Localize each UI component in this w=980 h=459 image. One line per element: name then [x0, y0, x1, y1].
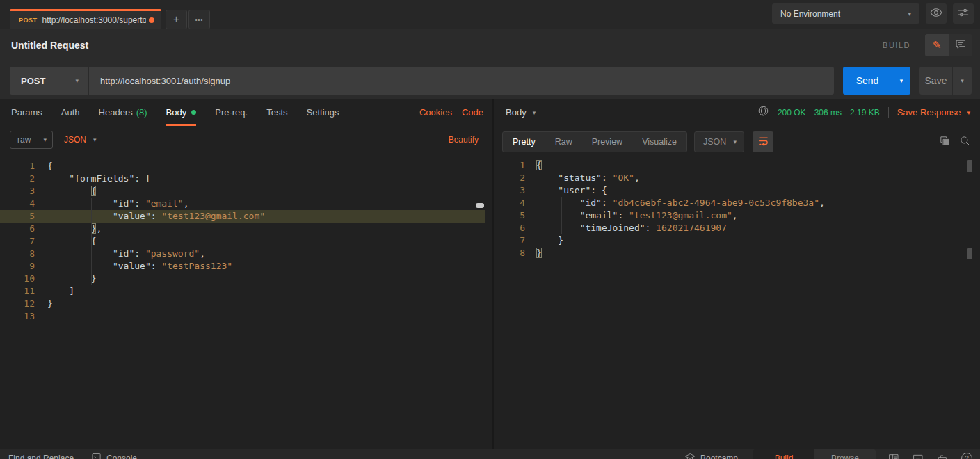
response-scrollbar-mark[interactable]: [967, 248, 972, 259]
unsaved-dot-icon: [149, 17, 154, 23]
comment-button[interactable]: [949, 34, 972, 56]
code-line[interactable]: 7 {: [0, 235, 492, 248]
panels-icon[interactable]: [888, 453, 899, 459]
response-scrollbar-mark[interactable]: [967, 160, 972, 172]
code-line[interactable]: 5 "value": "test123@gmail.com": [0, 210, 485, 223]
window-icon[interactable]: [913, 453, 924, 459]
body-format-value: raw: [17, 135, 31, 145]
environment-preview-button[interactable]: [926, 3, 947, 24]
request-scrollbar-thumb[interactable]: [476, 203, 484, 208]
headers-count-badge: (8): [136, 107, 147, 118]
body-language-selector[interactable]: JSON ▾: [64, 131, 97, 149]
method-selector[interactable]: POST ▾: [10, 67, 88, 95]
search-response-button[interactable]: [959, 135, 971, 150]
line-number: 3: [494, 184, 525, 197]
request-pane: Params Auth Headers(8) Body Pre-req. Tes…: [0, 99, 494, 449]
send-button[interactable]: Send: [843, 67, 892, 95]
console-icon: [91, 452, 102, 459]
console-button[interactable]: Console: [91, 449, 137, 459]
code-line[interactable]: 9 "value": "testPass123": [0, 260, 492, 273]
line-number: 1: [0, 160, 35, 172]
app-window: POST http://localhost:3000/supertok... +…: [0, 0, 980, 459]
help-icon[interactable]: ?: [961, 453, 972, 459]
code-line[interactable]: 13: [0, 310, 492, 323]
browse-tab[interactable]: Browse: [814, 449, 876, 459]
code-line[interactable]: 8 "id": "password",: [0, 248, 492, 260]
request-title[interactable]: Untitled Request: [11, 29, 88, 61]
response-body-selector[interactable]: Body ▾: [506, 107, 536, 118]
cookies-link[interactable]: Cookies: [419, 107, 452, 118]
code-line[interactable]: 3 {: [0, 185, 492, 198]
request-tab[interactable]: POST http://localhost:3000/supertok...: [10, 9, 161, 29]
line-number: 7: [494, 234, 525, 247]
code-text: ]: [47, 285, 74, 298]
save-options-button[interactable]: ▾: [952, 67, 972, 95]
body-format-selector[interactable]: raw ▾: [10, 131, 53, 149]
tab-tests[interactable]: Tests: [266, 99, 287, 126]
tab-pre-request[interactable]: Pre-req.: [215, 99, 248, 126]
shortcuts-icon[interactable]: [937, 453, 948, 459]
code-line[interactable]: 5 "email": "test123@gmail.com",: [494, 209, 980, 222]
code-line[interactable]: 4 "id": "email",: [0, 198, 492, 210]
view-pretty[interactable]: Pretty: [503, 132, 545, 152]
code-line[interactable]: 2 "status": "OK",: [494, 172, 980, 184]
bootcamp-icon: [684, 452, 696, 459]
view-raw[interactable]: Raw: [545, 132, 582, 152]
code-line[interactable]: 8}: [494, 247, 980, 259]
request-url-row: POST ▾ Send ▾ Save ▾: [0, 61, 980, 99]
line-number: 7: [0, 235, 35, 248]
more-tabs-button[interactable]: •••: [188, 10, 210, 29]
line-number: 5: [0, 210, 35, 223]
globe-icon[interactable]: [757, 105, 769, 120]
search-icon: [959, 137, 971, 149]
body-toolbar: raw ▾ JSON ▾ Beautify: [0, 126, 494, 154]
time-badge[interactable]: 306 ms: [814, 108, 842, 118]
line-number: 11: [0, 285, 35, 298]
find-and-replace-button[interactable]: Find and Replace: [8, 449, 74, 459]
tab-body[interactable]: Body: [166, 99, 197, 126]
code-line[interactable]: 6 },: [0, 223, 492, 235]
size-badge[interactable]: 2.19 KB: [850, 108, 880, 118]
send-options-button[interactable]: ▾: [892, 67, 910, 95]
response-language-selector[interactable]: JSON ▾: [694, 131, 744, 152]
code-link[interactable]: Code: [462, 107, 483, 118]
url-input[interactable]: [89, 76, 834, 86]
line-number: 4: [0, 198, 35, 210]
edit-mode-button[interactable]: ✎: [925, 34, 949, 56]
code-line[interactable]: 12}: [0, 298, 492, 310]
new-tab-button[interactable]: +: [166, 10, 187, 29]
copy-response-button[interactable]: [939, 135, 951, 150]
workspace-settings-button[interactable]: [953, 3, 974, 24]
code-line[interactable]: 3 "user": {: [494, 184, 980, 197]
code-line[interactable]: 1{: [0, 160, 492, 172]
code-text: }: [47, 273, 96, 285]
tab-params[interactable]: Params: [11, 99, 42, 126]
code-line[interactable]: 7 }: [494, 234, 980, 247]
code-text: "timeJoined": 1620217461907: [536, 222, 727, 234]
code-line[interactable]: 6 "timeJoined": 1620217461907: [494, 222, 980, 234]
status-badge[interactable]: 200 OK: [778, 108, 806, 118]
save-split-button: Save ▾: [919, 67, 972, 95]
tab-auth[interactable]: Auth: [61, 99, 80, 126]
save-button[interactable]: Save: [919, 67, 952, 95]
line-number: 10: [0, 273, 35, 285]
response-editor: 1{2 "status": "OK",3 "user": {4 "id": "d…: [494, 155, 980, 259]
build-tab[interactable]: Build: [753, 449, 814, 459]
wrap-lines-button[interactable]: [753, 131, 773, 152]
tab-settings[interactable]: Settings: [307, 99, 339, 126]
code-line[interactable]: 1{: [494, 159, 980, 172]
send-split-button: Send ▾: [843, 67, 910, 95]
beautify-link[interactable]: Beautify: [449, 131, 479, 149]
view-preview[interactable]: Preview: [582, 132, 632, 152]
save-response-button[interactable]: Save Response ▾: [897, 107, 970, 118]
bootcamp-button[interactable]: Bootcamp: [684, 449, 738, 459]
tab-headers[interactable]: Headers(8): [99, 99, 147, 126]
code-line[interactable]: 11 ]: [0, 285, 492, 298]
response-body-label: Body: [506, 107, 527, 118]
code-line[interactable]: 4 "id": "db4c6ebf-abc2-4964-abe9-0c53c9f…: [494, 197, 980, 209]
horizontal-scrollbar[interactable]: [21, 444, 485, 444]
view-visualize[interactable]: Visualize: [632, 132, 686, 152]
code-line[interactable]: 2 "formFields": [: [0, 172, 492, 185]
code-line[interactable]: 10 }: [0, 273, 492, 285]
environment-selector[interactable]: No Environment ▾: [772, 3, 919, 24]
